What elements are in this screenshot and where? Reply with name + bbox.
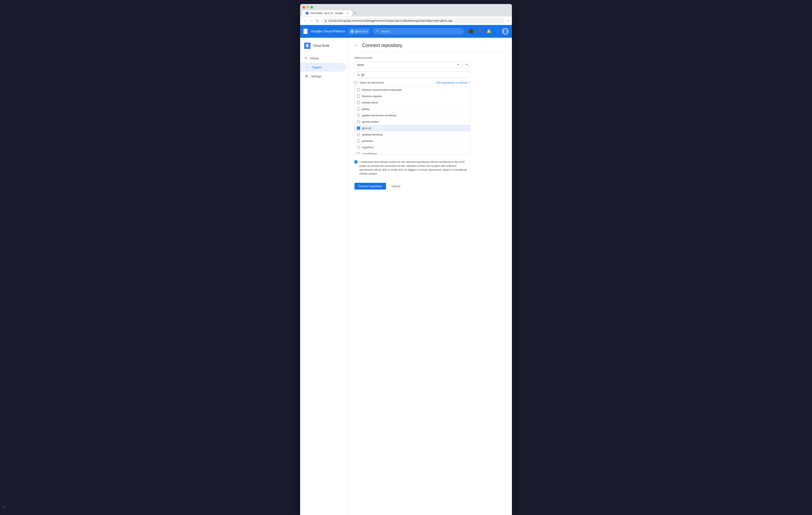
list-item[interactable]: gatsby-transformer-cloudinary xyxy=(355,112,470,119)
select-all-row: Select all repositories xyxy=(354,81,384,84)
repo-name-9: hugoDocs xyxy=(362,146,374,149)
settings-icon: ⚙ xyxy=(305,74,308,79)
external-link-icon: ↗ xyxy=(468,81,470,84)
hamburger-menu[interactable]: ☰ xyxy=(303,29,308,34)
tab-favicon xyxy=(306,12,309,14)
header-actions: ⬛ ❓ 🔔 ⋮ 👤 xyxy=(467,27,509,35)
repo-checkbox-4[interactable] xyxy=(357,114,360,117)
browser-actions: ☆ xyxy=(507,19,510,23)
repo-checkbox-9[interactable] xyxy=(357,146,360,149)
repo-checkbox-3[interactable] xyxy=(357,108,360,111)
page-header: ← Connect repository xyxy=(354,42,505,52)
edit-repositories-link[interactable]: Edit repositories on GitHub ↗ xyxy=(436,81,470,84)
url-text: console.cloud.google.com/cloud-build/tri… xyxy=(328,19,452,22)
repo-name-8: groceries xyxy=(362,140,373,143)
search-placeholder: Search xyxy=(381,30,390,33)
bookmark-button[interactable]: ☆ xyxy=(507,19,510,23)
global-search[interactable]: 🔍 Search xyxy=(373,28,464,35)
repo-checkbox-2[interactable] xyxy=(357,101,360,104)
repo-list-header: Select all repositories Edit repositorie… xyxy=(354,80,470,86)
brand-icon xyxy=(304,42,311,49)
repo-name-10: hugoThemes xyxy=(362,152,377,154)
address-bar-row: ← → ↻ 🔒 console.cloud.google.com/cloud-b… xyxy=(300,16,512,25)
account-select-row: ajonp ↻ xyxy=(354,61,470,68)
project-dropdown-icon: ▾ xyxy=(366,30,368,33)
list-item[interactable]: hugoDocs xyxy=(355,144,470,151)
cloud-shell-button[interactable]: ⬛ xyxy=(467,27,475,35)
refresh-icon: ↻ xyxy=(466,63,468,66)
list-item[interactable]: graphql-workshop xyxy=(355,131,470,138)
list-item[interactable]: hugoThemes xyxy=(355,151,470,154)
more-options-button[interactable]: ⋮ xyxy=(494,27,501,35)
sidebar-item-settings-label: Settings xyxy=(311,75,321,78)
repo-checkbox-7[interactable] xyxy=(357,133,360,136)
select-all-checkbox[interactable] xyxy=(354,81,357,84)
sidebar-nav: ≡ History → Triggers ⚙ Settings xyxy=(300,54,348,81)
tab-bar: Cloud Build - git-ci-cd - Google... ✕ + xyxy=(302,10,510,16)
repo-checkbox-8[interactable] xyxy=(357,140,360,143)
project-name: git-ci-cd xyxy=(355,30,365,33)
help-button[interactable]: ❓ xyxy=(476,27,484,35)
select-all-label: Select all repositories xyxy=(359,81,384,84)
list-item[interactable]: gimmie-sticker xyxy=(355,119,470,125)
repo-name-2: forestry-demo xyxy=(362,101,378,104)
repo-checkbox-1[interactable] xyxy=(357,95,360,98)
repo-search-box[interactable]: ▤ xyxy=(354,71,470,78)
back-button[interactable]: ← xyxy=(302,18,307,23)
list-item[interactable]: forestry-demo xyxy=(355,99,470,106)
lock-icon: 🔒 xyxy=(324,19,327,22)
refresh-accounts-button[interactable]: ↻ xyxy=(463,61,470,68)
connect-repository-form: GitHub Account ajonp ↻ ▤ xyxy=(354,56,470,189)
search-icon: 🔍 xyxy=(376,30,379,33)
refresh-button[interactable]: ↻ xyxy=(315,18,319,23)
connect-repository-button[interactable]: Connect repository xyxy=(354,183,386,189)
repo-name-0: firestore-cloud-functions-typescript xyxy=(362,88,402,91)
list-item[interactable]: git-ci-cd xyxy=(355,125,470,131)
back-button[interactable]: ← xyxy=(354,43,359,48)
address-bar[interactable]: 🔒 console.cloud.google.com/cloud-build/t… xyxy=(321,18,505,23)
minimize-traffic-light[interactable] xyxy=(307,6,309,8)
repo-checkbox-10[interactable] xyxy=(357,152,360,154)
new-tab-button[interactable]: + xyxy=(352,10,358,16)
project-icon: ⚡ xyxy=(350,30,354,33)
cancel-button[interactable]: Cancel xyxy=(388,183,404,189)
triggers-icon: → xyxy=(305,65,309,69)
gcp-header: ☰ Google Cloud Platform ⚡ git-ci-cd ▾ 🔍 … xyxy=(300,25,512,38)
repo-name-4: gatsby-transformer-cloudinary xyxy=(362,114,397,117)
platform-name: Google Cloud Platform xyxy=(311,29,345,33)
notifications-button[interactable]: 🔔 xyxy=(485,27,493,35)
filter-icon: ▤ xyxy=(357,73,360,76)
repo-name-5: gimmie-sticker xyxy=(362,120,379,123)
repo-name-1: firestore-migrator xyxy=(362,95,382,98)
browser-chrome: Cloud Build - git-ci-cd - Google... ✕ + xyxy=(300,4,512,16)
forward-button[interactable]: → xyxy=(309,18,314,23)
list-item[interactable]: gatsby xyxy=(355,106,470,112)
project-selector[interactable]: ⚡ git-ci-cd ▾ xyxy=(348,28,370,34)
list-item[interactable]: firestore-cloud-functions-typescript xyxy=(355,87,470,93)
sidebar-item-triggers[interactable]: → Triggers xyxy=(300,63,346,72)
list-item[interactable]: firestore-migrator xyxy=(355,93,470,99)
user-avatar[interactable]: 👤 xyxy=(502,28,509,35)
repo-checkbox-5[interactable] xyxy=(357,120,360,123)
repository-list: firestore-cloud-functions-typescript fir… xyxy=(354,87,470,154)
list-item[interactable]: groceries xyxy=(355,138,470,144)
close-traffic-light[interactable] xyxy=(302,6,305,8)
history-icon: ≡ xyxy=(305,56,307,60)
action-buttons: Connect repository Cancel xyxy=(354,181,470,189)
consent-text: I understand that GitHub content for the… xyxy=(359,160,470,176)
repo-checkbox-6[interactable] xyxy=(357,127,360,130)
repo-search-input[interactable] xyxy=(361,73,468,76)
sidebar-item-triggers-label: Triggers xyxy=(312,66,322,69)
repo-name-6: git-ci-cd xyxy=(362,127,371,130)
repo-checkbox-0[interactable] xyxy=(357,88,360,91)
sidebar-item-settings[interactable]: ⚙ Settings xyxy=(300,72,346,81)
sidebar-item-history[interactable]: ≡ History xyxy=(300,54,346,63)
consent-checkbox[interactable] xyxy=(354,160,357,163)
tab-close-button[interactable]: ✕ xyxy=(346,11,349,15)
fullscreen-traffic-light[interactable] xyxy=(311,6,313,8)
active-tab[interactable]: Cloud Build - git-ci-cd - Google... ✕ xyxy=(302,10,352,16)
back-icon: ← xyxy=(354,43,359,48)
github-account-label: GitHub Account xyxy=(354,56,470,59)
browser-window: Cloud Build - git-ci-cd - Google... ✕ + … xyxy=(300,4,512,515)
github-account-select[interactable]: ajonp xyxy=(354,61,462,68)
